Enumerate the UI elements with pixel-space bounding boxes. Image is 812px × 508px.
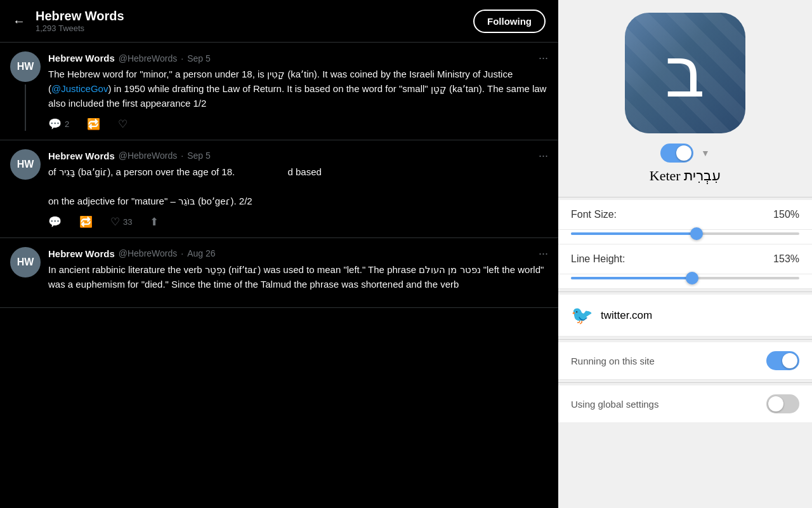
following-button[interactable]: Following (473, 10, 546, 33)
retweet-action[interactable]: 🔁 (79, 215, 93, 229)
font-size-slider-thumb[interactable] (690, 227, 703, 240)
tweet-dot-separator: · (181, 248, 183, 258)
table-row: HW Hebrew Words @HebreWords · Sep 5 ··· … (0, 43, 558, 140)
like-icon: ♡ (118, 117, 128, 131)
line-height-label: Line Height: (571, 253, 625, 265)
tweet-list: HW Hebrew Words @HebreWords · Sep 5 ··· … (0, 43, 558, 508)
tweet-author: Hebrew Words (48, 150, 115, 161)
site-row: 🐦 twitter.com (558, 295, 812, 337)
reply-count: 2 (65, 119, 69, 129)
font-name-label: עִבְרִית Keter (650, 168, 721, 184)
chevron-down-icon[interactable]: ▼ (701, 148, 710, 158)
tweet-author: Hebrew Words (48, 248, 115, 259)
line-height-value: 153% (773, 253, 799, 265)
app-icon: ב (625, 13, 745, 133)
tweet-content: Hebrew Words @HebreWords · Sep 5 ··· The… (48, 51, 548, 131)
twitter-feed-panel: ← Hebrew Words 1,293 Tweets Following HW… (0, 0, 558, 508)
tweet-meta: Hebrew Words @HebreWords · Aug 26 (48, 248, 216, 259)
divider (558, 197, 812, 197)
profile-header: ← Hebrew Words 1,293 Tweets Following (0, 0, 558, 43)
tweet-actions: 💬 2 🔁 ♡ (48, 117, 548, 131)
line-height-section: Line Height: 153% (558, 244, 812, 289)
tweet-more-button[interactable]: ··· (539, 51, 548, 65)
twitter-bird-icon: 🐦 (571, 305, 593, 326)
reply-action[interactable]: 💬 (48, 215, 62, 229)
font-size-row: Font Size: 150% (558, 200, 812, 230)
back-button[interactable]: ← (13, 14, 25, 29)
running-toggle-knob (782, 353, 797, 368)
extension-inner: ב ▼ עִבְרִית Keter Font Size: 150% (558, 0, 812, 422)
tweet-date: Sep 5 (187, 150, 211, 161)
running-label: Running on this site (571, 356, 655, 366)
tweet-author: Hebrew Words (48, 53, 115, 64)
tweet-header: Hebrew Words @HebreWords · Sep 5 ··· (48, 149, 548, 163)
line-height-slider-thumb[interactable] (686, 272, 698, 284)
divider-3 (558, 339, 812, 340)
like-count: 33 (123, 217, 132, 227)
tweet-meta: Hebrew Words @HebreWords · Sep 5 (48, 150, 211, 161)
tweet-date: Sep 5 (187, 53, 211, 64)
tweet-text: In ancient rabbinic literature the verb … (48, 263, 548, 292)
retweet-icon: 🔁 (87, 117, 100, 131)
tweet-content: Hebrew Words @HebreWords · Aug 26 ··· In… (48, 247, 548, 298)
tweet-handle: @HebreWords (119, 248, 178, 258)
app-icon-letter: ב (665, 38, 705, 108)
retweet-icon: 🔁 (79, 215, 93, 229)
profile-tweets-count: 1,293 Tweets (36, 23, 124, 33)
avatar: HW (10, 149, 41, 180)
tweet-header: Hebrew Words @HebreWords · Aug 26 ··· (48, 247, 548, 260)
tweet-dot-separator: · (181, 150, 183, 161)
reply-icon: 💬 (48, 117, 62, 131)
toggle-knob (676, 145, 691, 161)
like-icon: ♡ (110, 215, 120, 229)
retweet-action[interactable]: 🔁 (87, 117, 100, 131)
running-toggle[interactable] (766, 351, 799, 370)
font-size-label: Font Size: (571, 209, 617, 220)
avatar: HW (10, 247, 41, 277)
like-action[interactable]: ♡ (118, 117, 128, 131)
reply-action[interactable]: 💬 2 (48, 117, 69, 131)
extension-panel: ב ▼ עִבְרִית Keter Font Size: 150% (558, 0, 812, 508)
site-name: twitter.com (601, 309, 652, 322)
table-row: HW Hebrew Words @HebreWords · Sep 5 ··· … (0, 140, 558, 238)
font-size-value: 150% (773, 209, 799, 220)
line-height-row: Line Height: 153% (558, 244, 812, 274)
table-row: HW Hebrew Words @HebreWords · Aug 26 ···… (0, 238, 558, 308)
tweet-content: Hebrew Words @HebreWords · Sep 5 ··· of … (48, 149, 548, 229)
font-size-slider-track[interactable] (571, 232, 799, 235)
global-settings-row: Using global settings (558, 385, 812, 422)
profile-info: Hebrew Words 1,293 Tweets (36, 9, 124, 33)
divider-4 (558, 382, 812, 383)
main-toggle[interactable] (660, 144, 693, 163)
tweet-meta: Hebrew Words @HebreWords · Sep 5 (48, 53, 211, 64)
reply-icon: 💬 (48, 215, 62, 229)
global-toggle-knob (768, 396, 783, 411)
tweet-more-button[interactable]: ··· (539, 149, 548, 163)
tweet-date: Aug 26 (187, 248, 215, 258)
font-size-slider-fill (571, 232, 697, 235)
font-size-section: Font Size: 150% (558, 200, 812, 244)
tweet-text: of בָּגִיר (baʼgiɾ), a person over the a… (48, 165, 548, 209)
tweet-text: The Hebrew word for "minor," a person un… (48, 67, 548, 111)
tweet-more-button[interactable]: ··· (539, 247, 548, 260)
line-height-slider-track[interactable] (571, 277, 799, 279)
tweet-dot-separator: · (181, 53, 183, 64)
main-toggle-row: ▼ (660, 144, 710, 163)
tweet-handle: @HebreWords (119, 150, 178, 161)
share-action[interactable]: ⬆ (150, 215, 159, 229)
tweet-handle: @HebreWords (119, 53, 178, 64)
running-row: Running on this site (558, 342, 812, 380)
share-icon: ⬆ (150, 215, 159, 229)
divider-2 (558, 291, 812, 292)
line-height-slider-row (558, 274, 812, 289)
global-settings-label: Using global settings (571, 399, 658, 410)
line-height-slider-fill (571, 277, 692, 279)
font-size-slider-row (558, 230, 812, 244)
header-left: ← Hebrew Words 1,293 Tweets (13, 9, 124, 33)
avatar: HW (10, 51, 41, 82)
global-toggle[interactable] (766, 394, 799, 413)
profile-name: Hebrew Words (36, 9, 124, 23)
like-action[interactable]: ♡ 33 (110, 215, 132, 229)
tweet-header: Hebrew Words @HebreWords · Sep 5 ··· (48, 51, 548, 65)
tweet-mention[interactable]: @JusticeGov (51, 83, 108, 94)
